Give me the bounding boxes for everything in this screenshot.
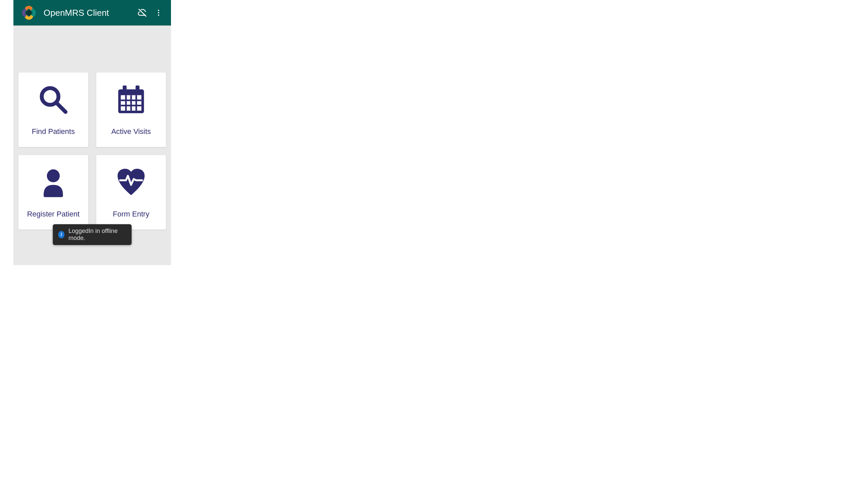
tile-label: Form Entry: [113, 210, 150, 219]
register-patient-tile[interactable]: Register Patient: [19, 155, 88, 230]
svg-point-15: [47, 170, 60, 182]
app-header: OpenMRS Client: [13, 0, 171, 26]
svg-point-0: [26, 10, 32, 16]
svg-line-5: [57, 104, 66, 112]
toast-notification: i LoggedIn in offline mode.: [53, 224, 132, 245]
find-patients-tile[interactable]: Find Patients: [19, 73, 88, 147]
svg-rect-7: [123, 86, 127, 92]
search-icon: [37, 84, 69, 116]
openmrs-logo-icon: [20, 4, 37, 22]
svg-point-3: [158, 15, 159, 16]
svg-point-2: [158, 12, 159, 13]
dashboard-grid: Find Patients Active Visits: [13, 26, 171, 236]
app-container: OpenMRS Client Find Patients: [13, 0, 171, 265]
info-icon: i: [58, 231, 65, 238]
tile-label: Active Visits: [111, 127, 151, 136]
app-title: OpenMRS Client: [43, 8, 132, 18]
tile-label: Find Patients: [32, 127, 75, 136]
more-vert-icon[interactable]: [153, 7, 164, 19]
svg-rect-8: [135, 86, 140, 92]
svg-point-1: [158, 10, 159, 11]
tile-label: Register Patient: [27, 210, 80, 219]
cloud-off-icon[interactable]: [137, 7, 148, 19]
person-icon: [37, 166, 69, 198]
calendar-icon: [115, 84, 147, 116]
active-visits-tile[interactable]: Active Visits: [96, 73, 166, 147]
toast-message: LoggedIn in offline mode.: [68, 228, 126, 242]
heart-pulse-icon: [115, 166, 147, 198]
form-entry-tile[interactable]: Form Entry: [96, 155, 166, 230]
